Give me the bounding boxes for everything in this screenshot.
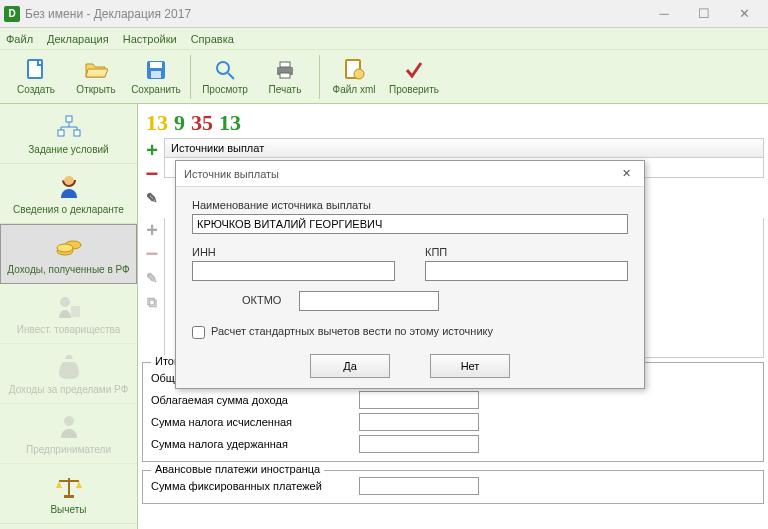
toolbar-filexml-label: Файл xml: [333, 84, 376, 95]
sidebar-entrepreneur-label: Предприниматели: [26, 444, 111, 455]
toolbar-print[interactable]: Печать: [255, 52, 315, 102]
minimize-button[interactable]: ─: [644, 2, 684, 26]
svg-rect-3: [151, 71, 161, 78]
person-icon: [55, 173, 83, 201]
svg-point-21: [64, 416, 74, 426]
remove-source-button[interactable]: −: [142, 164, 162, 184]
svg-rect-2: [150, 62, 162, 68]
fixed-payments-input[interactable]: [359, 477, 479, 495]
tax-withheld-input[interactable]: [359, 435, 479, 453]
num-35[interactable]: 35: [191, 110, 213, 136]
sidebar-income-rf-label: Доходы, полученные в РФ: [7, 264, 129, 275]
toolbar-save-label: Сохранить: [131, 84, 181, 95]
toolbar-open[interactable]: Открыть: [66, 52, 126, 102]
xml-file-icon: [342, 58, 366, 82]
svg-rect-7: [280, 62, 290, 67]
svg-rect-11: [66, 116, 72, 122]
svg-rect-24: [64, 495, 74, 498]
standard-deductions-checkbox[interactable]: [192, 326, 205, 339]
toolbar-preview[interactable]: Просмотр: [195, 52, 255, 102]
moneybag-icon: [55, 353, 83, 381]
dialog-yes-button[interactable]: Да: [310, 354, 390, 378]
tax-calc-input[interactable]: [359, 413, 479, 431]
svg-rect-8: [280, 73, 290, 78]
svg-point-4: [217, 62, 229, 74]
dialog-titlebar: Источник выплаты ✕: [176, 161, 644, 187]
sidebar-declarant[interactable]: Сведения о декларанте: [0, 164, 137, 224]
toolbar-save[interactable]: Сохранить: [126, 52, 186, 102]
toolbar-print-label: Печать: [269, 84, 302, 95]
sources-list-header: Источники выплат: [164, 138, 764, 158]
toolbar-create-label: Создать: [17, 84, 55, 95]
tax-withheld-label: Сумма налога удержанная: [151, 438, 351, 450]
sidebar-deductions-label: Вычеты: [50, 504, 86, 515]
toolbar-open-label: Открыть: [76, 84, 115, 95]
svg-line-5: [228, 73, 234, 79]
num-13-green[interactable]: 13: [219, 110, 241, 136]
sidebar-income-abroad-label: Доходы за пределами РФ: [9, 384, 128, 395]
oktmo-input[interactable]: [299, 291, 439, 311]
dialog-close-button[interactable]: ✕: [616, 164, 636, 184]
standard-deductions-label: Расчет стандартных вычетов вести по этом…: [211, 325, 493, 337]
toolbar-check[interactable]: Проверить: [384, 52, 444, 102]
toolbar-preview-label: Просмотр: [202, 84, 248, 95]
new-file-icon: [24, 58, 48, 82]
sidebar-entrepreneur: Предприниматели: [0, 404, 137, 464]
sidebar-income-abroad: Доходы за пределами РФ: [0, 344, 137, 404]
dialog-no-button[interactable]: Нет: [430, 354, 510, 378]
sidebar-income-rf[interactable]: Доходы, полученные в РФ: [0, 224, 137, 284]
oktmo-label: ОКТМО: [242, 294, 281, 306]
menu-file[interactable]: Файл: [6, 33, 33, 45]
menu-declaration[interactable]: Декларация: [47, 33, 109, 45]
edit-source-button[interactable]: ✎: [142, 188, 162, 208]
sidebar-declarant-label: Сведения о декларанте: [13, 204, 124, 215]
menu-bar: Файл Декларация Настройки Справка: [0, 28, 768, 50]
svg-point-18: [57, 244, 73, 252]
close-button[interactable]: ✕: [724, 2, 764, 26]
kpp-label: КПП: [425, 246, 628, 258]
dialog-title: Источник выплаты: [184, 168, 279, 180]
menu-help[interactable]: Справка: [191, 33, 234, 45]
add-source-button[interactable]: +: [142, 140, 162, 160]
toolbar-separator: [190, 55, 191, 99]
tree-icon: [55, 113, 83, 141]
sidebar-deductions[interactable]: Вычеты: [0, 464, 137, 524]
save-icon: [144, 58, 168, 82]
source-name-label: Наименование источника выплаты: [192, 199, 628, 211]
check-icon: [402, 58, 426, 82]
toolbar-create[interactable]: Создать: [6, 52, 66, 102]
remove-detail-button: −: [142, 244, 162, 264]
edit-detail-button: ✎: [142, 268, 162, 288]
advance-legend: Авансовые платежи иностранца: [151, 463, 324, 475]
num-9[interactable]: 9: [174, 110, 185, 136]
sidebar: Задание условий Сведения о декларанте До…: [0, 104, 138, 529]
svg-rect-0: [28, 60, 42, 78]
source-name-input[interactable]: [192, 214, 628, 234]
payment-source-dialog: Источник выплаты ✕ Наименование источник…: [175, 160, 645, 389]
copy-detail-button: ⧉: [142, 292, 162, 312]
sidebar-invest-label: Инвест. товарищества: [17, 324, 120, 335]
window-title: Без имени - Декларация 2017: [25, 7, 644, 21]
svg-rect-12: [58, 130, 64, 136]
maximize-button[interactable]: ☐: [684, 2, 724, 26]
num-13-yellow[interactable]: 13: [146, 110, 168, 136]
toolbar-check-label: Проверить: [389, 84, 439, 95]
toolbar: Создать Открыть Сохранить Просмотр Печат…: [0, 50, 768, 104]
invest-icon: [55, 293, 83, 321]
taxable-income-input[interactable]: [359, 391, 479, 409]
svg-rect-20: [71, 306, 80, 317]
entrepreneur-icon: [55, 413, 83, 441]
coins-icon: [55, 233, 83, 261]
add-detail-button: +: [142, 220, 162, 240]
kpp-input[interactable]: [425, 261, 628, 281]
inn-input[interactable]: [192, 261, 395, 281]
tax-calc-label: Сумма налога исчисленная: [151, 416, 351, 428]
preview-icon: [213, 58, 237, 82]
menu-settings[interactable]: Настройки: [123, 33, 177, 45]
toolbar-filexml[interactable]: Файл xml: [324, 52, 384, 102]
toolbar-separator: [319, 55, 320, 99]
advance-group: Авансовые платежи иностранца Сумма фикси…: [142, 470, 764, 504]
color-percent-tabs: 13 9 35 13: [142, 108, 764, 138]
svg-rect-13: [74, 130, 80, 136]
sidebar-conditions[interactable]: Задание условий: [0, 104, 137, 164]
